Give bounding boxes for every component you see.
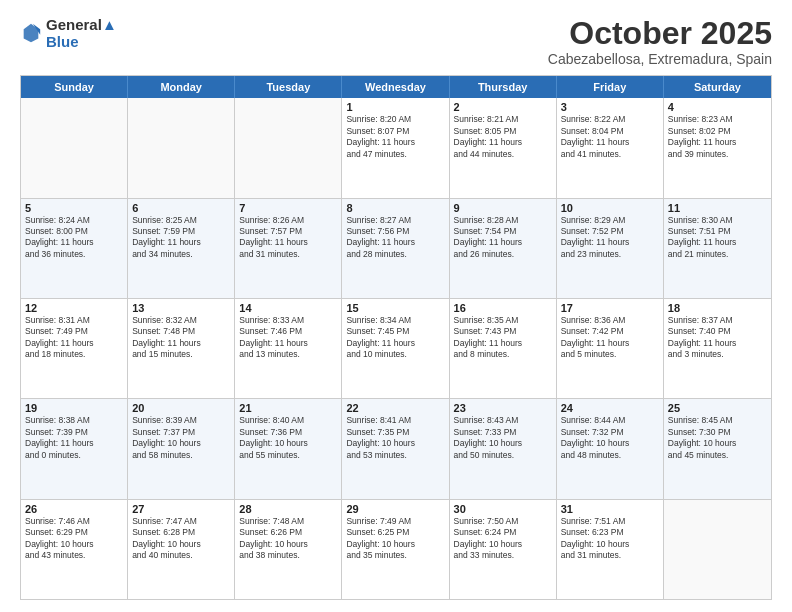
cell-info: Sunrise: 8:44 AM Sunset: 7:32 PM Dayligh… [561, 415, 659, 461]
location-subtitle: Cabezabellosa, Extremadura, Spain [548, 51, 772, 67]
cell-info: Sunrise: 8:41 AM Sunset: 7:35 PM Dayligh… [346, 415, 444, 461]
calendar-cell: 25Sunrise: 8:45 AM Sunset: 7:30 PM Dayli… [664, 399, 771, 498]
calendar-cell: 20Sunrise: 8:39 AM Sunset: 7:37 PM Dayli… [128, 399, 235, 498]
cell-info: Sunrise: 7:47 AM Sunset: 6:28 PM Dayligh… [132, 516, 230, 562]
day-number: 9 [454, 202, 552, 214]
day-number: 12 [25, 302, 123, 314]
logo: General▲ Blue [20, 16, 117, 51]
weekday-header: Wednesday [342, 76, 449, 98]
calendar-cell [21, 98, 128, 197]
calendar-cell: 31Sunrise: 7:51 AM Sunset: 6:23 PM Dayli… [557, 500, 664, 599]
logo-icon [20, 22, 42, 44]
calendar-cell: 28Sunrise: 7:48 AM Sunset: 6:26 PM Dayli… [235, 500, 342, 599]
cell-info: Sunrise: 8:43 AM Sunset: 7:33 PM Dayligh… [454, 415, 552, 461]
calendar-cell: 9Sunrise: 8:28 AM Sunset: 7:54 PM Daylig… [450, 199, 557, 298]
weekday-header: Tuesday [235, 76, 342, 98]
calendar-row: 12Sunrise: 8:31 AM Sunset: 7:49 PM Dayli… [21, 299, 771, 399]
title-block: October 2025 Cabezabellosa, Extremadura,… [548, 16, 772, 67]
calendar-cell [235, 98, 342, 197]
calendar-cell: 12Sunrise: 8:31 AM Sunset: 7:49 PM Dayli… [21, 299, 128, 398]
cell-info: Sunrise: 8:38 AM Sunset: 7:39 PM Dayligh… [25, 415, 123, 461]
cell-info: Sunrise: 8:24 AM Sunset: 8:00 PM Dayligh… [25, 215, 123, 261]
cell-info: Sunrise: 8:39 AM Sunset: 7:37 PM Dayligh… [132, 415, 230, 461]
day-number: 16 [454, 302, 552, 314]
cell-info: Sunrise: 8:45 AM Sunset: 7:30 PM Dayligh… [668, 415, 767, 461]
day-number: 27 [132, 503, 230, 515]
calendar-cell: 7Sunrise: 8:26 AM Sunset: 7:57 PM Daylig… [235, 199, 342, 298]
calendar-cell [664, 500, 771, 599]
cell-info: Sunrise: 8:30 AM Sunset: 7:51 PM Dayligh… [668, 215, 767, 261]
header: General▲ Blue October 2025 Cabezabellosa… [20, 16, 772, 67]
day-number: 13 [132, 302, 230, 314]
weekday-header: Saturday [664, 76, 771, 98]
calendar-cell: 29Sunrise: 7:49 AM Sunset: 6:25 PM Dayli… [342, 500, 449, 599]
day-number: 22 [346, 402, 444, 414]
day-number: 30 [454, 503, 552, 515]
cell-info: Sunrise: 8:40 AM Sunset: 7:36 PM Dayligh… [239, 415, 337, 461]
day-number: 20 [132, 402, 230, 414]
calendar-row: 19Sunrise: 8:38 AM Sunset: 7:39 PM Dayli… [21, 399, 771, 499]
cell-info: Sunrise: 8:23 AM Sunset: 8:02 PM Dayligh… [668, 114, 767, 160]
calendar-cell: 3Sunrise: 8:22 AM Sunset: 8:04 PM Daylig… [557, 98, 664, 197]
calendar-cell: 5Sunrise: 8:24 AM Sunset: 8:00 PM Daylig… [21, 199, 128, 298]
calendar-cell: 15Sunrise: 8:34 AM Sunset: 7:45 PM Dayli… [342, 299, 449, 398]
weekday-header: Monday [128, 76, 235, 98]
calendar-cell: 19Sunrise: 8:38 AM Sunset: 7:39 PM Dayli… [21, 399, 128, 498]
calendar-cell: 17Sunrise: 8:36 AM Sunset: 7:42 PM Dayli… [557, 299, 664, 398]
cell-info: Sunrise: 7:48 AM Sunset: 6:26 PM Dayligh… [239, 516, 337, 562]
day-number: 29 [346, 503, 444, 515]
cell-info: Sunrise: 8:22 AM Sunset: 8:04 PM Dayligh… [561, 114, 659, 160]
cell-info: Sunrise: 8:35 AM Sunset: 7:43 PM Dayligh… [454, 315, 552, 361]
calendar-header: SundayMondayTuesdayWednesdayThursdayFrid… [21, 76, 771, 98]
logo-text: General▲ Blue [46, 16, 117, 51]
calendar-cell: 27Sunrise: 7:47 AM Sunset: 6:28 PM Dayli… [128, 500, 235, 599]
calendar-row: 5Sunrise: 8:24 AM Sunset: 8:00 PM Daylig… [21, 199, 771, 299]
cell-info: Sunrise: 8:37 AM Sunset: 7:40 PM Dayligh… [668, 315, 767, 361]
calendar-cell: 11Sunrise: 8:30 AM Sunset: 7:51 PM Dayli… [664, 199, 771, 298]
cell-info: Sunrise: 8:20 AM Sunset: 8:07 PM Dayligh… [346, 114, 444, 160]
cell-info: Sunrise: 8:33 AM Sunset: 7:46 PM Dayligh… [239, 315, 337, 361]
calendar-cell: 10Sunrise: 8:29 AM Sunset: 7:52 PM Dayli… [557, 199, 664, 298]
day-number: 11 [668, 202, 767, 214]
calendar-cell: 2Sunrise: 8:21 AM Sunset: 8:05 PM Daylig… [450, 98, 557, 197]
day-number: 23 [454, 402, 552, 414]
day-number: 14 [239, 302, 337, 314]
day-number: 1 [346, 101, 444, 113]
day-number: 19 [25, 402, 123, 414]
calendar-cell: 4Sunrise: 8:23 AM Sunset: 8:02 PM Daylig… [664, 98, 771, 197]
cell-info: Sunrise: 8:31 AM Sunset: 7:49 PM Dayligh… [25, 315, 123, 361]
day-number: 31 [561, 503, 659, 515]
calendar-body: 1Sunrise: 8:20 AM Sunset: 8:07 PM Daylig… [21, 98, 771, 599]
day-number: 26 [25, 503, 123, 515]
weekday-header: Thursday [450, 76, 557, 98]
calendar-cell: 8Sunrise: 8:27 AM Sunset: 7:56 PM Daylig… [342, 199, 449, 298]
day-number: 8 [346, 202, 444, 214]
day-number: 28 [239, 503, 337, 515]
weekday-header: Friday [557, 76, 664, 98]
day-number: 15 [346, 302, 444, 314]
cell-info: Sunrise: 8:29 AM Sunset: 7:52 PM Dayligh… [561, 215, 659, 261]
cell-info: Sunrise: 8:36 AM Sunset: 7:42 PM Dayligh… [561, 315, 659, 361]
weekday-header: Sunday [21, 76, 128, 98]
calendar-cell: 13Sunrise: 8:32 AM Sunset: 7:48 PM Dayli… [128, 299, 235, 398]
calendar-cell: 26Sunrise: 7:46 AM Sunset: 6:29 PM Dayli… [21, 500, 128, 599]
day-number: 5 [25, 202, 123, 214]
day-number: 10 [561, 202, 659, 214]
calendar-cell: 24Sunrise: 8:44 AM Sunset: 7:32 PM Dayli… [557, 399, 664, 498]
calendar: SundayMondayTuesdayWednesdayThursdayFrid… [20, 75, 772, 600]
cell-info: Sunrise: 8:28 AM Sunset: 7:54 PM Dayligh… [454, 215, 552, 261]
day-number: 6 [132, 202, 230, 214]
day-number: 2 [454, 101, 552, 113]
day-number: 4 [668, 101, 767, 113]
day-number: 7 [239, 202, 337, 214]
month-title: October 2025 [548, 16, 772, 51]
calendar-cell: 18Sunrise: 8:37 AM Sunset: 7:40 PM Dayli… [664, 299, 771, 398]
day-number: 24 [561, 402, 659, 414]
day-number: 21 [239, 402, 337, 414]
calendar-cell: 30Sunrise: 7:50 AM Sunset: 6:24 PM Dayli… [450, 500, 557, 599]
calendar-cell: 6Sunrise: 8:25 AM Sunset: 7:59 PM Daylig… [128, 199, 235, 298]
cell-info: Sunrise: 7:49 AM Sunset: 6:25 PM Dayligh… [346, 516, 444, 562]
calendar-cell: 22Sunrise: 8:41 AM Sunset: 7:35 PM Dayli… [342, 399, 449, 498]
cell-info: Sunrise: 8:21 AM Sunset: 8:05 PM Dayligh… [454, 114, 552, 160]
cell-info: Sunrise: 8:25 AM Sunset: 7:59 PM Dayligh… [132, 215, 230, 261]
